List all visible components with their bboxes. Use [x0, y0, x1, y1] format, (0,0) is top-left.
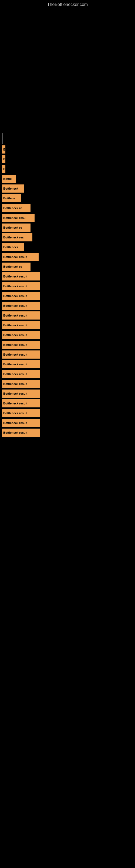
bottleneck-result-bar: Bottleneck result	[2, 311, 40, 319]
bottleneck-result-bar: Bottleneck result	[2, 409, 40, 417]
bottleneck-result-bar: Bottleneck res	[2, 233, 32, 241]
list-item: Bottleneck result	[0, 302, 135, 310]
bottleneck-result-bar: Bottlene	[2, 194, 21, 203]
chart-area	[0, 8, 135, 138]
list-item: Bottleneck res	[0, 233, 135, 241]
list-item: Bottleneck result	[0, 350, 135, 359]
bottleneck-result-bar: Bottleneck result	[2, 331, 40, 339]
bottleneck-result-bar: Bottleneck result	[2, 272, 40, 280]
bottleneck-result-bar: Bottleneck result	[2, 360, 40, 368]
list-item: Bottlene	[0, 194, 135, 203]
bottleneck-result-bar: B	[2, 145, 5, 154]
bottleneck-result-bar: Bottleneck result	[2, 380, 40, 388]
list-item: Bottleneck result	[0, 282, 135, 290]
list-item: Bottleneck	[0, 184, 135, 193]
bottleneck-result-bar: Bottleneck result	[2, 370, 40, 378]
bottleneck-result-bar: B	[2, 155, 5, 163]
list-item: Bottleneck result	[0, 429, 135, 437]
list-item: Bottleneck result	[0, 370, 135, 378]
bottleneck-result-bar: Bottleneck result	[2, 282, 40, 290]
bottleneck-result-bar: Bottleneck result	[2, 350, 40, 359]
list-item: Bottle	[0, 175, 135, 183]
bottleneck-result-bar: Bottleneck result	[2, 302, 40, 310]
list-item: Bottleneck result	[0, 380, 135, 388]
list-item: Bottleneck resu	[0, 214, 135, 222]
bottleneck-result-bar: Bottleneck re	[2, 262, 31, 271]
list-item: Bottleneck result	[0, 311, 135, 319]
bottleneck-result-bar: Bottleneck result	[2, 321, 40, 329]
bottleneck-result-bar: Bottleneck re	[2, 204, 31, 212]
list-item: Bottleneck re	[0, 223, 135, 231]
bottleneck-result-bar: Bottleneck result	[2, 292, 40, 300]
site-title-container: TheBottlenecker.com	[0, 0, 135, 8]
list-item: Bottleneck result	[0, 321, 135, 329]
bottleneck-result-bar: Bottleneck result	[2, 390, 40, 398]
list-item: Bottleneck re	[0, 204, 135, 212]
list-item: B	[0, 145, 135, 154]
list-item: Bottleneck result	[0, 341, 135, 349]
bottleneck-result-bar: Bottleneck result	[2, 253, 39, 261]
vertical-line	[2, 133, 3, 144]
bottleneck-result-bar: Bottleneck resu	[2, 214, 35, 222]
bottleneck-result-bar: B	[2, 165, 5, 173]
bottleneck-result-bar: Bottleneck	[2, 243, 24, 251]
list-item: Bottleneck result	[0, 253, 135, 261]
bottleneck-result-bar: Bottle	[2, 175, 16, 183]
list-item: Bottleneck result	[0, 360, 135, 368]
list-item: Bottleneck result	[0, 331, 135, 339]
list-item: Bottleneck result	[0, 272, 135, 280]
bottleneck-result-bar: Bottleneck result	[2, 341, 40, 349]
list-item: B	[0, 155, 135, 163]
bottleneck-result-bar: Bottleneck result	[2, 399, 40, 407]
list-item: Bottleneck result	[0, 409, 135, 417]
site-title: TheBottlenecker.com	[0, 0, 135, 8]
list-item: Bottleneck result	[0, 419, 135, 427]
list-item: Bottleneck re	[0, 262, 135, 271]
bottleneck-result-bar: Bottleneck	[2, 184, 24, 193]
bottleneck-result-bar: Bottleneck result	[2, 419, 40, 427]
list-item: Bottleneck	[0, 243, 135, 251]
list-item: Bottleneck result	[0, 292, 135, 300]
bottleneck-result-bar: Bottleneck re	[2, 223, 31, 231]
list-item: Bottleneck result	[0, 390, 135, 398]
list-item: Bottleneck result	[0, 399, 135, 407]
bars-container: BBBBottleBottleneckBottleneBottleneck re…	[0, 138, 135, 437]
bottleneck-result-bar: Bottleneck result	[2, 429, 40, 437]
list-item: B	[0, 165, 135, 173]
